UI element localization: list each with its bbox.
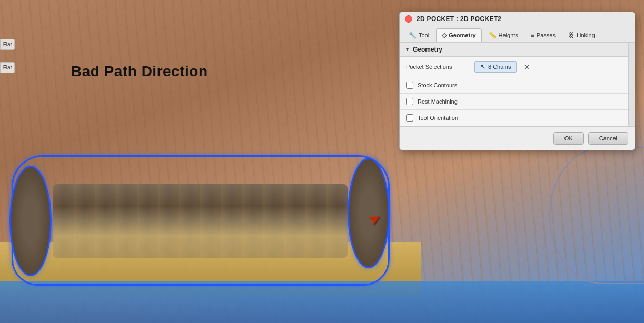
bad-path-label: Bad Path Direction <box>71 63 207 80</box>
flat-button-2[interactable]: Flat <box>0 62 15 73</box>
bone-left-bulge <box>9 166 52 276</box>
tool-orientation-label[interactable]: Tool Orientation <box>418 115 458 121</box>
collapse-triangle-icon: ▼ <box>405 47 410 52</box>
ok-button[interactable]: OK <box>553 132 584 145</box>
heights-icon: 📏 <box>489 32 497 39</box>
tab-heights[interactable]: 📏 Heights <box>483 28 524 42</box>
dialog-close-button[interactable] <box>405 15 412 23</box>
chain-select-icon: ↖ <box>480 63 486 70</box>
clear-chains-button[interactable]: ✕ <box>522 62 531 72</box>
tool-orientation-checkbox[interactable] <box>406 114 413 122</box>
rest-machining-checkbox[interactable] <box>406 98 413 105</box>
geometry-section-title: Geometry <box>413 46 442 53</box>
pocket-selections-row: Pocket Selections ↖ 8 Chains ✕ <box>400 57 635 77</box>
pocket-selections-label: Pocket Selections <box>406 64 469 70</box>
tab-bar: 🔧 Tool ◇ Geometry 📏 Heights ≡ Passes ⛓ L… <box>400 26 635 43</box>
tab-linking-label: Linking <box>577 32 595 38</box>
stock-contours-checkbox[interactable] <box>406 82 413 89</box>
blue-water <box>0 281 644 323</box>
dialog-panel: 2D POCKET : 2D POCKET2 🔧 Tool ◇ Geometry… <box>399 12 635 150</box>
tab-tool-label: Tool <box>419 32 429 38</box>
linking-icon: ⛓ <box>568 32 574 39</box>
dialog-title: 2D POCKET : 2D POCKET2 <box>417 15 501 23</box>
passes-icon: ≡ <box>531 32 534 39</box>
tab-passes-label: Passes <box>537 32 556 38</box>
chains-button[interactable]: ↖ 8 Chains <box>474 61 517 73</box>
geometry-icon: ◇ <box>442 32 447 39</box>
tab-linking[interactable]: ⛓ Linking <box>562 28 601 42</box>
flat-button-1[interactable]: Flat <box>0 39 15 50</box>
tab-heights-label: Heights <box>499 32 518 38</box>
dialog-content: ▼ Geometry Pocket Selections ↖ 8 Chains … <box>400 43 635 126</box>
scrollbar-track[interactable] <box>628 43 635 126</box>
tab-geometry-label: Geometry <box>449 32 475 38</box>
tab-geometry[interactable]: ◇ Geometry <box>436 28 481 42</box>
tab-tool[interactable]: 🔧 Tool <box>403 28 435 42</box>
cancel-button[interactable]: Cancel <box>588 132 628 145</box>
selection-outline <box>12 155 390 286</box>
stock-contours-row: Stock Contours <box>400 77 635 94</box>
chains-label: 8 Chains <box>488 64 511 70</box>
dialog-button-row: OK Cancel <box>400 126 635 150</box>
tool-icon: 🔧 <box>409 32 417 39</box>
geometry-section-header[interactable]: ▼ Geometry <box>400 43 635 57</box>
rest-machining-label[interactable]: Rest Machining <box>418 98 458 105</box>
stock-contours-label[interactable]: Stock Contours <box>418 82 457 88</box>
bone-right-partial <box>549 147 644 284</box>
tool-orientation-row: Tool Orientation <box>400 110 635 126</box>
rest-machining-row: Rest Machining <box>400 94 635 110</box>
dialog-titlebar: 2D POCKET : 2D POCKET2 <box>400 12 635 26</box>
tab-passes[interactable]: ≡ Passes <box>525 28 561 42</box>
